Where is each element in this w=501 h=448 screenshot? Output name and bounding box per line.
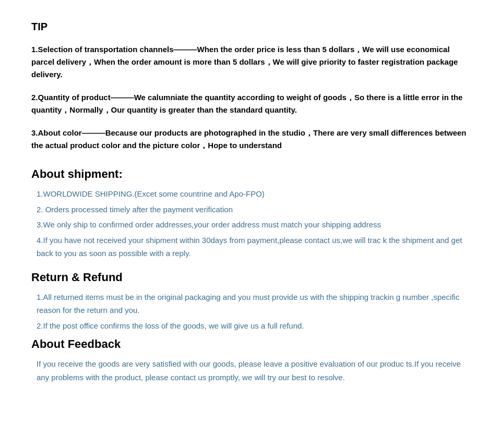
return-section: Return & Refund 1.All returned items mus… — [31, 271, 470, 333]
return-list: 1.All returned items must be in the orig… — [37, 290, 470, 333]
return-item-2: 2.If the post office confirms the loss o… — [37, 319, 470, 333]
shipment-list: 1.WORLDWIDE SHIPPING.(Excet some countri… — [37, 187, 470, 260]
tip-item-3: 3.About color———Because our products are… — [31, 127, 470, 152]
tip-item-2: 2.Quantity of product———We calumniate th… — [31, 91, 470, 116]
feedback-text: If you receive the goods are very satisf… — [37, 357, 470, 384]
tip-title: TIP — [31, 21, 470, 33]
tip-section: TIP 1.Selection of transportation channe… — [31, 21, 470, 152]
shipment-section: About shipment: 1.WORLDWIDE SHIPPING.(Ex… — [31, 167, 470, 260]
feedback-title: About Feedback — [31, 337, 470, 351]
tip-item-1: 1.Selection of transportation channels——… — [31, 43, 470, 81]
feedback-section: About Feedback If you receive the goods … — [31, 337, 470, 384]
return-title: Return & Refund — [31, 271, 470, 284]
return-item-1: 1.All returned items must be in the orig… — [37, 290, 470, 317]
shipment-item-2: 2. Orders processed timely after the pay… — [37, 203, 470, 216]
shipment-title: About shipment: — [31, 167, 470, 181]
shipment-item-4: 4.If you have not received your shipment… — [37, 234, 470, 260]
shipment-item-3: 3.We only ship to confirmed order addres… — [37, 218, 470, 232]
shipment-item-1: 1.WORLDWIDE SHIPPING.(Excet some countri… — [37, 187, 470, 201]
